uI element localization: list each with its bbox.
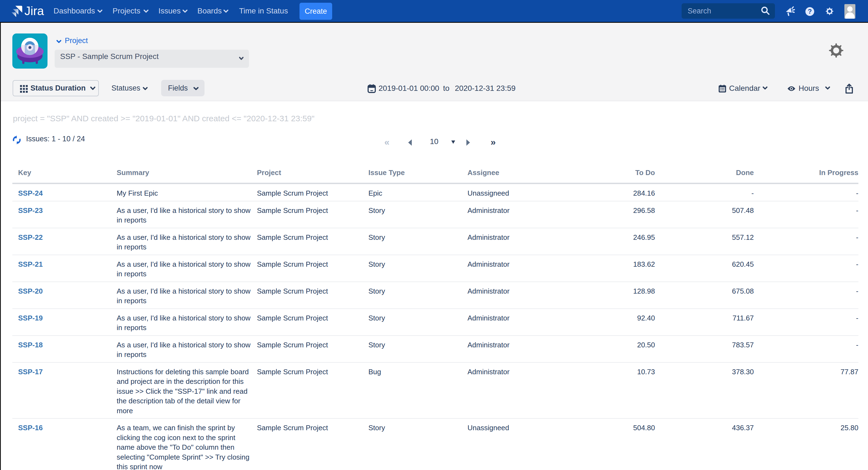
svg-text:?: ? — [808, 8, 812, 15]
